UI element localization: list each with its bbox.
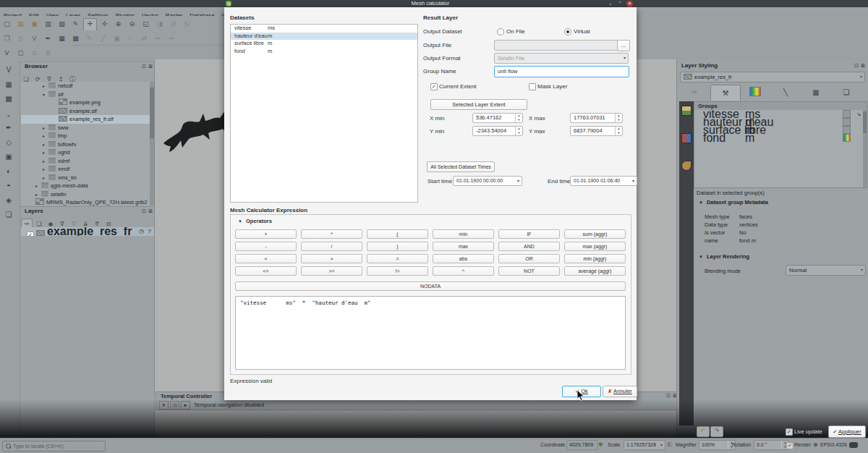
redo-style-button[interactable]: ↷ [710, 426, 723, 437]
output-file-input[interactable] [494, 40, 618, 51]
browser-item-sww[interactable]: ▸sww [21, 124, 154, 132]
op-not-button[interactable]: NOT [498, 266, 560, 276]
op-average-aggr-button[interactable]: average (aggr) [564, 266, 626, 276]
spin-arrows-icon[interactable] [515, 127, 522, 135]
attributes-icon[interactable]: ≣ [42, 47, 54, 59]
browser-item-tmp[interactable]: ▸tmp [21, 132, 154, 140]
browser-item-netcdf[interactable]: ▸netcdf [21, 82, 154, 90]
tab-rendering-grid[interactable]: ▦ [801, 85, 830, 100]
op-min-aggr-button[interactable]: min (aggr) [564, 254, 626, 263]
group-name-input[interactable]: unit flow [494, 66, 629, 77]
op-abs-button[interactable]: abs [433, 254, 494, 263]
browser-item-xms-tin[interactable]: ▸xms_tin [21, 174, 154, 182]
dataset-row-fond[interactable]: fondm [231, 48, 417, 56]
crs-status[interactable]: EPSG:4326 [820, 442, 847, 447]
op-eq-button[interactable]: = [367, 254, 428, 263]
xmin-spinbox[interactable]: 536.47162 [472, 113, 523, 123]
messages-icon[interactable] [849, 442, 858, 448]
data-source-manager-icon[interactable]: ❒ [1, 33, 13, 44]
dataset-row-vitesse[interactable]: vitessems [231, 25, 417, 33]
link-anchor-icon[interactable] [681, 161, 692, 171]
browser-item-example-res-fr-slf[interactable]: example_res_fr.slf [21, 115, 154, 124]
apply-button[interactable]: Appliquer [828, 426, 866, 438]
browser-item-slf[interactable]: ▾slf [21, 90, 154, 99]
virtual-radio-label[interactable]: Virtual [574, 28, 590, 35]
browser-item-selafin[interactable]: ▸selafin [21, 190, 154, 199]
pan-tool-icon[interactable]: ✛ [83, 18, 97, 31]
browser-item-mrms-grib2[interactable]: MRMS_RadarOnly_QPE_72H.latest.grib2 [21, 198, 154, 206]
lock-scale-icon[interactable]: ⚿ [667, 441, 671, 449]
op-nodata-button[interactable]: NODATA [235, 281, 626, 291]
minimize-icon[interactable]: ⌄ [608, 0, 613, 7]
layer-visibility-checkbox[interactable] [27, 232, 34, 236]
add-wcs-layer-icon[interactable]: ◓ [0, 179, 17, 192]
spin-arrows-icon[interactable] [615, 127, 622, 135]
group-row-surface[interactable]: surface librem [694, 126, 867, 134]
op-div-button[interactable]: / [301, 242, 362, 251]
copy-layout-icon[interactable]: ▥ [42, 18, 54, 30]
op-pow-button[interactable]: ^ [433, 266, 494, 276]
maximize-icon[interactable]: ⌃ [618, 0, 622, 7]
browser-item-ugrid[interactable]: ▸ugrid [21, 148, 154, 157]
mask-layer-label[interactable]: Mask Layer [537, 83, 567, 90]
temporal-off-icon[interactable]: ✕ [159, 401, 169, 410]
add-mesh-icon[interactable]: ▩ [69, 33, 82, 44]
ymin-spinbox[interactable]: -2343.54004 [472, 126, 523, 136]
op-max-aggr-button[interactable]: max (aggr) [564, 242, 626, 251]
zoom-out-icon[interactable]: ⊖ [126, 18, 138, 30]
tab-vectors[interactable]: ╲ [771, 85, 800, 100]
on-file-radio[interactable] [497, 28, 504, 35]
dataset-groups-icon[interactable] [681, 133, 692, 143]
move-feature-icon[interactable]: ⇄ [138, 33, 150, 44]
op-open-paren-button[interactable]: ( [367, 229, 428, 239]
browser-item-qgis-mesh-data[interactable]: ▸qgis-mesh-data [21, 182, 154, 190]
on-file-radio-label[interactable]: On File [506, 28, 525, 35]
add-wfs-layer-icon[interactable]: ◈ [0, 193, 17, 207]
select-rectangle-icon[interactable]: ◻ [14, 47, 27, 59]
op-min-button[interactable]: min [433, 229, 494, 239]
end-time-combo[interactable]: 01.01.1900 01:06:40 [570, 176, 637, 186]
group-row-hauteur[interactable]: hauteur d'eaum [694, 118, 867, 126]
spin-arrows-icon[interactable] [615, 114, 622, 122]
zoom-native-icon[interactable]: ◨ [153, 18, 166, 30]
browser-item-tuflowfv[interactable]: ▸tuflowfv [21, 140, 154, 149]
virtual-radio[interactable] [564, 28, 571, 35]
tab-overlays[interactable]: ❏ [832, 85, 861, 100]
browse-button[interactable]: ... [617, 40, 630, 51]
save-edits-icon[interactable]: ▣ [111, 33, 123, 44]
op-ne-button[interactable]: != [367, 266, 428, 276]
vector-select-icon[interactable]: V [1, 47, 13, 59]
current-extent-label[interactable]: Current Extent [439, 83, 477, 90]
op-plus-button[interactable]: + [235, 229, 297, 239]
locator-input[interactable]: Type to locate (Ctrl+K) [2, 441, 106, 452]
op-minus-button[interactable]: - [235, 242, 297, 251]
float-panel-icon[interactable]: ⊡ [666, 392, 671, 399]
selected-layer-extent-button[interactable]: Selected Layer Extent [430, 99, 527, 110]
current-extent-checkbox[interactable] [430, 83, 438, 90]
op-if-button[interactable]: IF [498, 229, 560, 239]
diagonal-arrow-icon[interactable]: ↘ [856, 110, 861, 118]
cancel-button[interactable]: Annuler [603, 386, 637, 397]
browser-item-example-png[interactable]: example.png [21, 98, 154, 107]
save-project-icon[interactable]: ▣ [28, 18, 41, 30]
magnifier-spinbox[interactable]: 100% [699, 440, 736, 450]
delete-selected-icon[interactable]: ✂ [152, 33, 164, 44]
close-panel-icon[interactable]: ⊠ [148, 62, 153, 71]
group-1d-icon[interactable] [843, 126, 851, 134]
rotation-spinbox[interactable]: 0.0 ° [754, 440, 789, 450]
temporal-animated-icon[interactable]: ▸ [181, 401, 190, 410]
select-circle-icon[interactable]: ⊙ [28, 47, 41, 59]
browser-item-example-slf[interactable]: example.slf [21, 107, 154, 116]
ymax-spinbox[interactable]: 6837.79004 [570, 126, 623, 136]
layout-manager-icon[interactable]: ▧ [56, 18, 68, 30]
render-checkbox[interactable] [786, 442, 793, 449]
op-le-button[interactable]: <= [235, 266, 297, 276]
add-arcgis-layer-icon[interactable]: ❏ [0, 208, 17, 221]
coordinate-box[interactable]: 4029,7809 [566, 440, 598, 450]
op-or-button[interactable]: OR [498, 254, 560, 263]
dataset-row-hauteur[interactable]: hauteur d'eaum [231, 33, 417, 41]
blending-mode-select[interactable]: Normal [786, 265, 866, 276]
styling-layer-select[interactable]: example_res_fr [680, 72, 865, 82]
tab-mesh-settings[interactable]: ⚒ [710, 85, 741, 101]
cut-features-icon[interactable]: ✂ [166, 33, 178, 44]
